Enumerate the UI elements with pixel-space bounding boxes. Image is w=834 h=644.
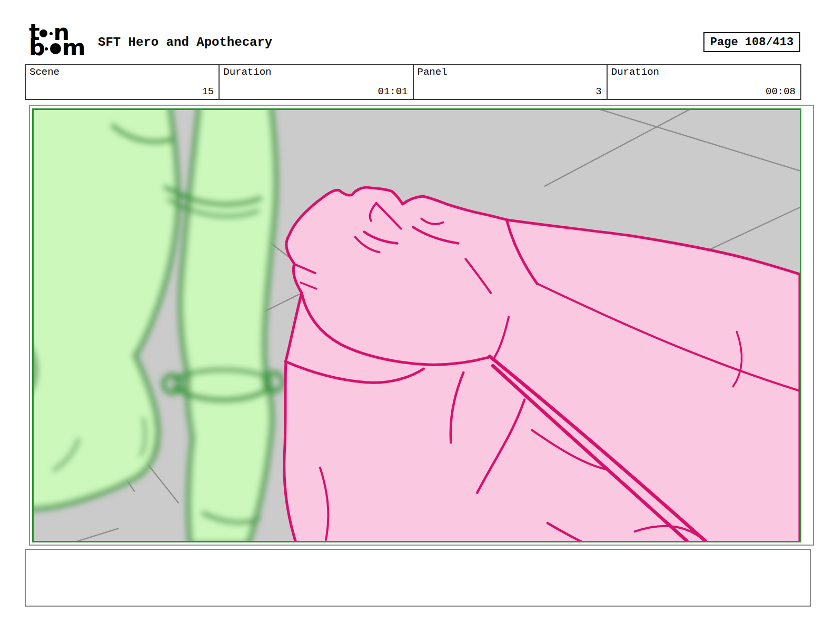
storyboard-panel-frame <box>29 105 814 546</box>
logo-letter: m <box>62 40 84 55</box>
page-number-label: Page 108/413 <box>710 36 793 49</box>
scene-duration-cell: Duration 01:01 <box>219 65 412 99</box>
page-number-badge: Page 108/413 <box>703 32 800 52</box>
logo-dot-icon <box>45 47 48 51</box>
scene-label: Scene <box>29 66 59 78</box>
duration-value: 01:01 <box>378 86 408 97</box>
logo-dot-icon <box>49 32 53 35</box>
caption-box <box>25 549 811 607</box>
panel-value: 3 <box>595 86 601 97</box>
scene-value: 15 <box>202 86 214 97</box>
panel-info-table: Scene 15 Duration 01:01 Panel 3 Duration… <box>25 64 801 100</box>
toonboom-logo: t n b m <box>29 26 91 57</box>
project-title: SFT Hero and Apothecary <box>98 35 272 51</box>
duration-label: Duration <box>223 66 271 78</box>
panel-number-cell: Panel 3 <box>413 65 607 99</box>
panel-duration-cell: Duration 00:08 <box>607 65 800 99</box>
green-right-leg <box>181 110 275 541</box>
duration-label: Duration <box>611 66 659 78</box>
logo-letter: b <box>29 40 44 55</box>
storyboard-panel-image <box>32 108 801 542</box>
panel-label: Panel <box>418 66 448 78</box>
scene-cell: Scene 15 <box>26 65 219 99</box>
storyboard-drawing <box>34 110 800 541</box>
duration-value: 00:08 <box>766 86 796 97</box>
